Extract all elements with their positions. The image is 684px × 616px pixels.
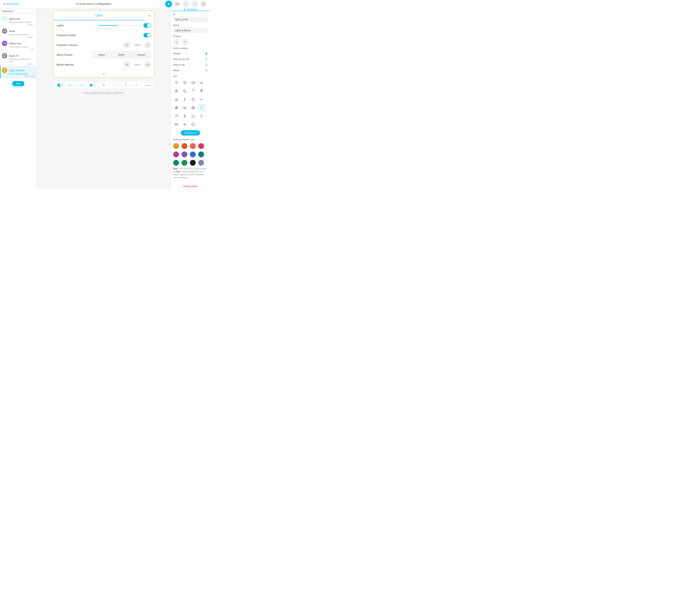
sidebar-item-hue[interactable]: Philips Hue Panel (always visible) Hue (0, 39, 37, 51)
icon-helpdesk[interactable] (198, 88, 205, 94)
radio-icon (205, 52, 208, 55)
tab-lights[interactable]: Lights (53, 11, 144, 20)
icon-clock[interactable] (182, 80, 188, 86)
page-title: UI Extensions configuration (22, 2, 165, 6)
icon-lightbulb[interactable] (198, 105, 205, 111)
color-swatch[interactable] (182, 160, 187, 166)
color-swatch[interactable] (190, 160, 196, 166)
upload-config-button[interactable] (165, 1, 172, 7)
add-tab-button[interactable]: ＋ (144, 11, 154, 20)
extensions-sidebar: Extensions www appsco.pe Web App (always… (0, 8, 37, 189)
row-projector-power[interactable]: Projector Power (53, 30, 154, 40)
lights-toggle[interactable] (143, 23, 151, 28)
sidebar-item-panel[interactable]: Panel Panel (always visible) panel_2 (0, 27, 37, 39)
sidebar-item-appletv[interactable]: Apple TV Panel (only visible out of call… (0, 51, 37, 66)
back-button[interactable]: My Device (0, 2, 22, 5)
row-blind-presets[interactable]: Blind Presets Open 50/50 Closed (53, 50, 154, 60)
widget-iconbutton[interactable]: + (99, 82, 108, 88)
undo-button[interactable] (183, 1, 189, 7)
widget-directional[interactable] (132, 82, 141, 88)
icon-help[interactable] (190, 88, 197, 94)
canvas-increase-button[interactable] (144, 42, 151, 48)
icon-media[interactable] (173, 113, 180, 119)
row-projector-canvas[interactable]: Projector Canvas Value (53, 40, 154, 50)
sidebar-item-label: Apple TV (9, 54, 19, 57)
visibility-out-of-call[interactable]: Only out of call (173, 56, 208, 62)
icon-hvac[interactable] (182, 96, 188, 103)
canvas-decrease-button[interactable] (123, 42, 130, 48)
icon-blinds[interactable] (190, 105, 197, 111)
color-swatch[interactable] (173, 143, 179, 149)
slider-knob[interactable] (118, 23, 122, 27)
prop-name-field[interactable]: Lights & Blinds (173, 28, 208, 33)
icon-camera[interactable] (190, 80, 197, 86)
redo-button[interactable] (191, 1, 198, 7)
icon-picker (173, 79, 208, 128)
color-swatch[interactable] (182, 143, 187, 149)
color-swatch[interactable] (173, 160, 179, 166)
icon-laptop[interactable] (182, 105, 188, 111)
icon-brightness[interactable] (173, 80, 180, 86)
hamburger-icon (202, 3, 205, 5)
color-swatch[interactable] (182, 152, 187, 157)
icon-concierge[interactable] (198, 80, 205, 86)
icon-input[interactable] (198, 96, 205, 103)
widget-slider[interactable] (66, 82, 75, 88)
lights-slider[interactable] (98, 23, 141, 28)
icon-tv[interactable] (190, 121, 197, 128)
widget-toggle[interactable] (55, 82, 65, 88)
widget-tray: + T (53, 81, 155, 89)
row-blinds-manual[interactable]: Blinds Manual Value (53, 60, 154, 70)
presets-segmented: Open 50/50 Closed (92, 51, 151, 58)
visibility-always[interactable]: Always (173, 51, 208, 56)
projector-power-toggle[interactable] (143, 33, 151, 38)
widget-spacer[interactable] (143, 82, 152, 88)
icon-home[interactable] (173, 96, 180, 103)
icon-language[interactable] (173, 105, 180, 111)
position-up-button[interactable] (182, 39, 188, 45)
color-swatch[interactable] (190, 143, 196, 149)
color-swatch[interactable] (198, 143, 204, 149)
sidebar-item-appsco[interactable]: www appsco.pe Web App (always visible) p… (0, 15, 37, 27)
delete-panel-button[interactable]: Delete panel (178, 183, 203, 189)
preview-button[interactable] (174, 1, 181, 7)
menu-button[interactable] (200, 1, 207, 7)
widget-groupbutton[interactable] (88, 82, 97, 88)
panel-preview[interactable]: Lights ＋ Lights Projector Power (53, 10, 155, 78)
sidebar-item-id: panel_3 (2, 23, 35, 26)
visibility-in-call[interactable]: Only in call (173, 62, 208, 68)
preset-open[interactable]: Open (92, 51, 112, 58)
upload-icon-button[interactable]: Upload Icon (181, 130, 200, 135)
icon-power[interactable] (190, 113, 197, 119)
sidebar-item-id: panel_2 (2, 36, 35, 38)
icon-sliders[interactable] (182, 121, 188, 128)
row-lights[interactable]: Lights (53, 21, 154, 30)
preset-closed[interactable]: Closed (131, 51, 151, 58)
add-row-button[interactable]: ＋ (53, 70, 154, 78)
new-extension-button[interactable]: New (12, 81, 24, 86)
icon-handset[interactable] (182, 88, 188, 94)
redo-icon (193, 3, 196, 5)
widget-text[interactable]: T (121, 82, 130, 88)
color-swatch[interactable] (173, 152, 179, 157)
icon-proximity[interactable] (198, 113, 205, 119)
widget-button[interactable] (77, 82, 87, 88)
color-swatch[interactable] (198, 152, 204, 157)
icon-microphone[interactable] (182, 113, 188, 119)
icon-record[interactable] (173, 121, 180, 128)
position-down-button[interactable] (173, 39, 180, 45)
monitor-icon (2, 53, 7, 59)
widget-spinner[interactable] (110, 82, 119, 88)
sidebar-item-subtitle: Panel (always visible) (9, 46, 35, 48)
sidebar-item-lights-blinds[interactable]: Lights & Blinds Panel (always visible) l… (0, 66, 37, 79)
icon-info[interactable] (190, 96, 197, 103)
blinds-increase-button[interactable] (144, 61, 151, 68)
arrow-up-icon (184, 41, 186, 43)
blinds-decrease-button[interactable] (123, 61, 130, 68)
color-swatch[interactable] (198, 160, 204, 166)
prop-id-field[interactable]: lights_panel (173, 17, 208, 22)
color-swatch[interactable] (190, 152, 196, 157)
preset-5050[interactable]: 50/50 (112, 51, 131, 58)
icon-disc[interactable] (173, 88, 180, 94)
visibility-never[interactable]: Never (173, 68, 208, 73)
